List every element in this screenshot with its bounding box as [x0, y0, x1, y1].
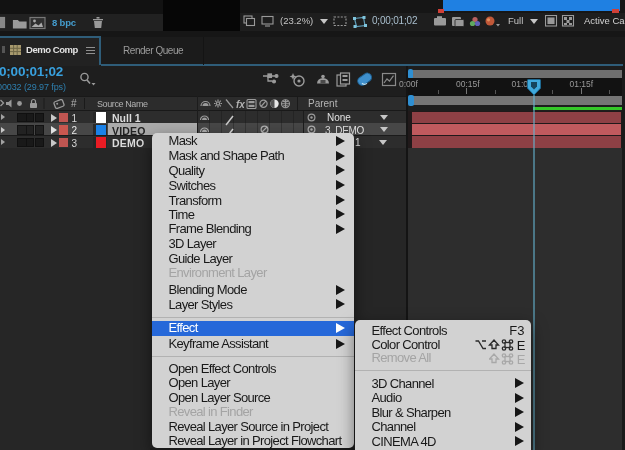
svg-text:fx: fx: [236, 98, 245, 109]
